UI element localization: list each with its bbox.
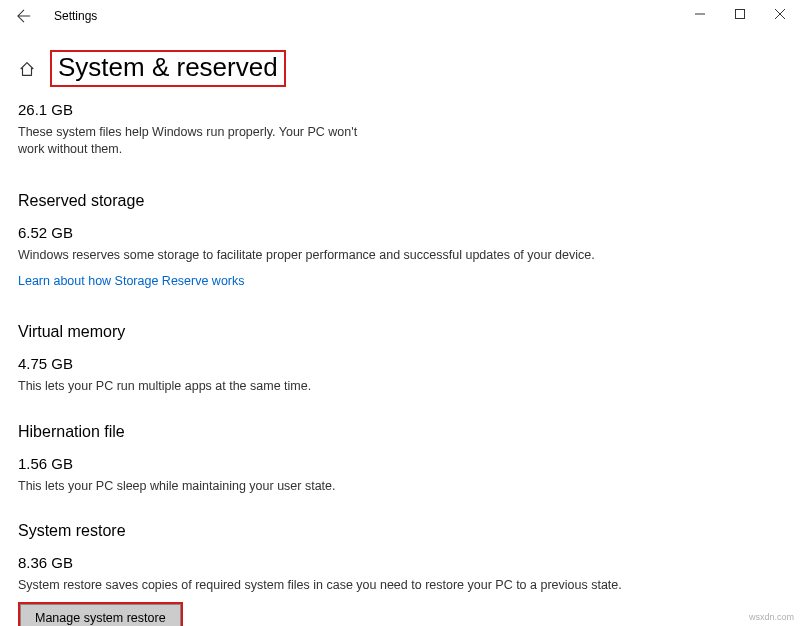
- svg-rect-1: [736, 10, 745, 19]
- reserved-storage-heading: Reserved storage: [18, 192, 782, 210]
- virtual-memory-size: 4.75 GB: [18, 355, 782, 372]
- maximize-icon: [735, 9, 745, 19]
- app-title: Settings: [54, 9, 97, 23]
- virtual-memory-desc: This lets your PC run multiple apps at t…: [18, 378, 638, 395]
- hibernation-desc: This lets your PC sleep while maintainin…: [18, 478, 638, 495]
- system-files-size: 26.1 GB: [18, 101, 782, 118]
- page-title: System & reserved: [58, 52, 278, 83]
- home-icon[interactable]: [18, 60, 36, 78]
- titlebar: Settings: [0, 0, 800, 32]
- back-button[interactable]: [8, 0, 40, 32]
- content-area: System & reserved 26.1 GB These system f…: [0, 32, 800, 626]
- minimize-icon: [695, 9, 705, 19]
- back-arrow-icon: [17, 9, 31, 23]
- hibernation-size: 1.56 GB: [18, 455, 782, 472]
- manage-system-restore-button[interactable]: Manage system restore: [20, 604, 181, 626]
- storage-reserve-link[interactable]: Learn about how Storage Reserve works: [18, 274, 245, 288]
- window-controls: [680, 0, 800, 28]
- close-button[interactable]: [760, 0, 800, 28]
- reserved-storage-desc: Windows reserves some storage to facilit…: [18, 247, 638, 264]
- manage-restore-highlight: Manage system restore: [18, 602, 183, 626]
- watermark: wsxdn.com: [749, 612, 794, 622]
- close-icon: [775, 9, 785, 19]
- reserved-storage-size: 6.52 GB: [18, 224, 782, 241]
- page-title-highlight: System & reserved: [50, 50, 286, 87]
- system-restore-desc: System restore saves copies of required …: [18, 577, 638, 594]
- system-files-desc: These system files help Windows run prop…: [18, 124, 378, 158]
- minimize-button[interactable]: [680, 0, 720, 28]
- header-row: System & reserved: [18, 50, 782, 87]
- hibernation-heading: Hibernation file: [18, 423, 782, 441]
- virtual-memory-heading: Virtual memory: [18, 323, 782, 341]
- system-restore-size: 8.36 GB: [18, 554, 782, 571]
- maximize-button[interactable]: [720, 0, 760, 28]
- system-restore-heading: System restore: [18, 522, 782, 540]
